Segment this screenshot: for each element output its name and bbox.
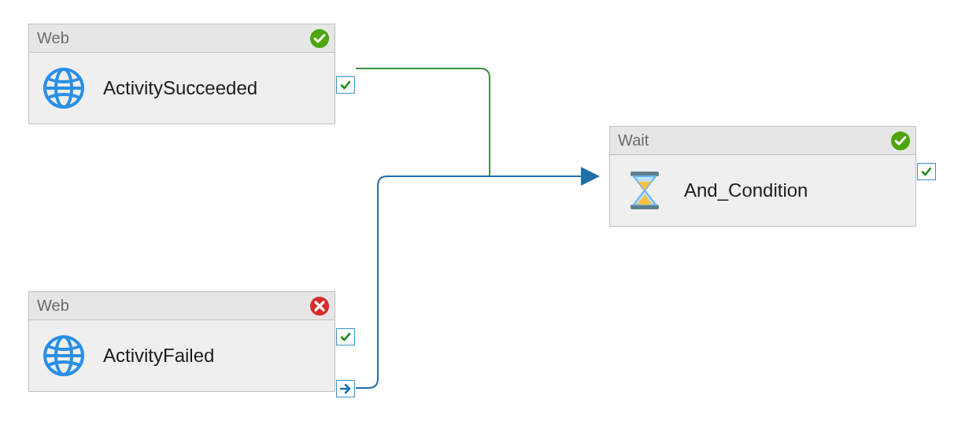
- output-port-success[interactable]: [917, 163, 936, 180]
- node-body: ActivityFailed: [29, 320, 335, 391]
- node-title: And_Condition: [684, 179, 808, 201]
- node-type-label: Web: [37, 29, 69, 47]
- node-title: ActivitySucceeded: [103, 77, 257, 99]
- node-body: And_Condition: [610, 155, 915, 226]
- connector-completion: [356, 176, 598, 388]
- node-title: ActivityFailed: [103, 345, 214, 367]
- status-failure-icon: [309, 296, 330, 316]
- node-header: Wait: [610, 127, 915, 155]
- node-type-label: Wait: [618, 131, 649, 150]
- output-port-success[interactable]: [336, 328, 355, 345]
- globe-icon: [42, 66, 86, 110]
- node-activity-succeeded[interactable]: Web ActivitySucceeded: [28, 24, 335, 124]
- node-header: Web: [29, 292, 335, 320]
- pipeline-canvas[interactable]: Web ActivitySucceeded: [0, 0, 980, 447]
- hourglass-icon: [623, 168, 667, 212]
- output-port-success[interactable]: [336, 76, 355, 94]
- node-header: Web: [29, 24, 335, 53]
- status-success-icon: [890, 131, 911, 151]
- output-port-completion[interactable]: [336, 380, 355, 397]
- node-activity-failed[interactable]: Web ActivityFailed: [28, 291, 335, 392]
- node-wait-and-condition[interactable]: Wait: [609, 126, 916, 227]
- node-body: ActivitySucceeded: [29, 53, 335, 124]
- connector-success: [356, 68, 598, 176]
- node-type-label: Web: [37, 297, 69, 315]
- globe-icon: [42, 334, 86, 378]
- status-success-icon: [309, 28, 330, 49]
